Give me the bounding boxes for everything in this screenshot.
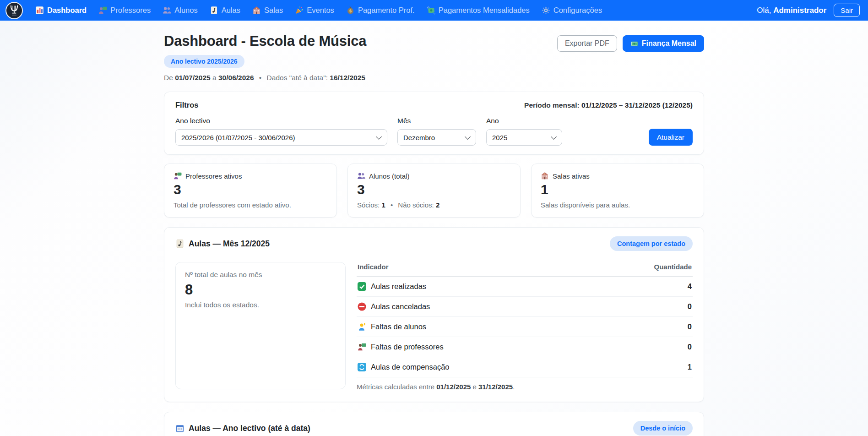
flying-money-icon	[427, 6, 435, 15]
user-greeting: Olá, Administrador	[757, 6, 826, 15]
ano-label: Ano	[486, 117, 562, 125]
nav-item-pagamentos-mensalidades[interactable]: Pagamentos Mensalidades	[421, 2, 536, 18]
school-icon	[252, 6, 261, 15]
period-text: Período mensal: 01/12/2025 – 31/12/2025 …	[524, 101, 693, 109]
student-hand-icon	[358, 322, 366, 331]
money-bag-icon: $	[346, 6, 355, 15]
nav-item-dashboard[interactable]: Dashboard	[29, 2, 92, 18]
desde-inicio-badge[interactable]: Desde o início	[633, 421, 693, 436]
nav-item-label: Pagamentos Mensalidades	[439, 6, 530, 15]
nav-item-label: Dashboard	[47, 6, 87, 15]
export-pdf-button[interactable]: Exportar PDF	[557, 35, 617, 52]
stat-value: 3	[174, 181, 327, 198]
col-quantidade: Quantidade	[654, 263, 692, 271]
gear-icon	[542, 6, 550, 15]
filters-title: Filtros	[175, 101, 198, 109]
nav-item-label: Professores	[110, 6, 151, 15]
sync-icon	[358, 363, 366, 371]
filters-card: Filtros Período mensal: 01/12/2025 – 31/…	[164, 92, 704, 155]
school-logo[interactable]	[5, 2, 23, 19]
table-row: Aulas realizadas 4	[357, 277, 693, 297]
top-navbar: Dashboard Professores Alunos Aulas Salas	[0, 0, 868, 21]
stat-value: 3	[357, 181, 511, 198]
no-entry-icon	[358, 302, 366, 311]
music-score-icon	[175, 239, 184, 248]
month-section-title: Aulas — Mês 12/2025	[175, 239, 270, 249]
stat-caption: Salas disponíveis para aulas.	[541, 201, 694, 209]
month-total-card: Nº total de aulas no mês 8 Inclui todos …	[175, 262, 346, 389]
finance-monthly-button[interactable]: Finança Mensal	[623, 35, 704, 52]
teacher-icon	[98, 6, 107, 15]
year-section-title: Aulas — Ano lectivo (até à data)	[175, 424, 310, 433]
party-icon	[295, 6, 304, 15]
teacher-icon	[358, 343, 366, 351]
nav-item-label: Aulas	[222, 6, 240, 15]
col-indicador: Indicador	[358, 263, 389, 271]
page-title: Dashboard - Escola de Música	[164, 33, 366, 49]
ano-lectivo-select[interactable]: 2025/2026 (01/07/2025 - 30/06/2026)	[175, 129, 387, 146]
nav-item-professores[interactable]: Professores	[92, 2, 157, 18]
school-icon	[541, 172, 549, 180]
stat-caption: Sócios: 1 • Não sócios: 2	[357, 201, 511, 209]
stat-card-alunos: Alunos (total) 3 Sócios: 1 • Não sócios:…	[347, 164, 521, 218]
stat-label: Professores ativos	[185, 172, 242, 180]
mes-select[interactable]: Dezembro	[397, 129, 476, 146]
nav-item-label: Salas	[264, 6, 283, 15]
nav-item-aulas[interactable]: Aulas	[204, 2, 246, 18]
month-metrics-footer: Métricas calculadas entre 01/12/2025 e 3…	[357, 383, 693, 391]
stat-caption: Total de professores com estado ativo.	[174, 201, 327, 209]
ano-select-wrap: 2025	[486, 129, 562, 146]
table-row: Faltas de alunos 0	[357, 317, 693, 337]
stat-card-professores: Professores ativos 3 Total de professore…	[164, 164, 337, 218]
stat-label: Alunos (total)	[369, 172, 409, 180]
month-indicator-table: Indicador Quantidade Aulas realizadas 4	[357, 262, 693, 391]
contagem-estado-badge[interactable]: Contagem por estado	[610, 236, 693, 251]
user-name: Administrador	[773, 6, 826, 15]
logout-button[interactable]: Sair	[834, 4, 860, 17]
teacher-icon	[174, 172, 182, 180]
svg-text:$: $	[349, 9, 352, 13]
date-line: De 01/07/2025 a 30/06/2026 • Dados "até …	[164, 74, 366, 82]
nav-menu: Dashboard Professores Alunos Aulas Salas	[29, 2, 608, 18]
calendar-icon	[175, 424, 184, 433]
bar-chart-icon	[35, 6, 44, 15]
table-row: Aulas de compensação 1	[357, 357, 693, 377]
page-header-left: Dashboard - Escola de Música Ano lectivo…	[164, 33, 366, 82]
nav-item-label: Alunos	[174, 6, 197, 15]
ano-select[interactable]: 2025	[486, 129, 562, 146]
students-icon	[357, 172, 365, 180]
banknote-icon	[630, 40, 638, 48]
nav-item-salas[interactable]: Salas	[246, 2, 289, 18]
lyre-icon	[6, 3, 22, 18]
atualizar-button[interactable]: Atualizar	[649, 129, 693, 146]
stat-card-salas: Salas ativas 1 Salas disponíveis para au…	[531, 164, 704, 218]
students-icon	[163, 6, 171, 15]
month-total-caption: Inclui todos os estados.	[185, 301, 336, 309]
nav-item-label: Eventos	[307, 6, 334, 15]
stat-label: Salas ativas	[553, 172, 590, 180]
year-section-card: Aulas — Ano lectivo (até à data) Desde o…	[164, 412, 704, 436]
table-row: Faltas de professores 0	[357, 337, 693, 357]
table-row: Aulas canceladas 0	[357, 297, 693, 317]
ano-lectivo-select-wrap: 2025/2026 (01/07/2025 - 30/06/2026)	[175, 129, 387, 146]
year-badge: Ano lectivo 2025/2026	[164, 55, 244, 68]
mes-label: Mês	[397, 117, 476, 125]
nav-item-alunos[interactable]: Alunos	[157, 2, 203, 18]
ano-lectivo-label: Ano lectivo	[175, 117, 387, 125]
nav-item-pagamento-prof[interactable]: $ Pagamento Prof.	[340, 2, 421, 18]
mes-select-wrap: Dezembro	[397, 129, 476, 146]
nav-item-label: Configurações	[553, 6, 602, 15]
month-total-value: 8	[185, 282, 336, 298]
month-section-card: Aulas — Mês 12/2025 Contagem por estado …	[164, 227, 704, 402]
nav-item-eventos[interactable]: Eventos	[289, 2, 340, 18]
stat-value: 1	[541, 181, 694, 198]
check-icon	[358, 282, 366, 291]
nav-item-configuracoes[interactable]: Configurações	[536, 2, 608, 18]
month-total-label: Nº total de aulas no mês	[185, 271, 336, 279]
music-score-icon	[210, 6, 218, 15]
nav-item-label: Pagamento Prof.	[358, 6, 415, 15]
